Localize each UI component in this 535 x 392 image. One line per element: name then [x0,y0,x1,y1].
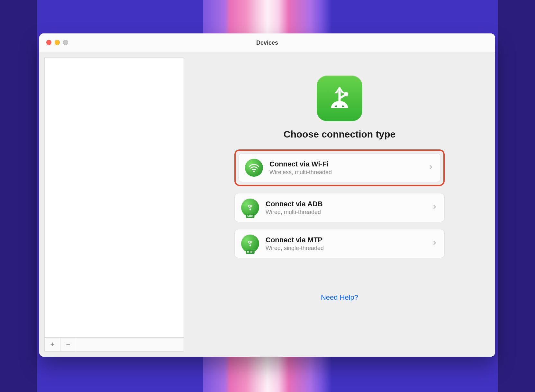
chevron-right-icon [431,240,438,247]
icon-badge: ADB [246,214,255,218]
usb-icon: MTP [241,235,259,253]
option-subtitle: Wired, multi-threaded [266,209,431,216]
devices-window: Devices + − [39,33,495,357]
svg-point-3 [253,171,255,172]
svg-point-7 [249,245,251,246]
option-title: Connect via ADB [266,200,431,208]
icon-badge: MTP [246,250,255,254]
device-sidebar: + − [44,58,184,352]
option-subtitle: Wireless, multi-threaded [269,169,428,176]
device-list [45,58,184,337]
option-title: Connect via MTP [266,236,431,244]
chevron-right-icon [431,204,438,211]
choose-connection-heading: Choose connection type [284,129,395,140]
connect-mtp-option[interactable]: MTP Connect via MTP Wired, single-thread… [234,229,445,258]
connection-options: Connect via Wi-Fi Wireless, multi-thread… [234,149,445,258]
highlighted-option-frame: Connect via Wi-Fi Wireless, multi-thread… [234,149,445,186]
window-close-button[interactable] [46,40,51,45]
main-panel: Choose connection type [189,58,490,352]
add-device-button[interactable]: + [45,338,60,351]
titlebar: Devices [39,33,495,52]
app-icon [317,76,362,121]
svg-point-4 [249,209,251,210]
svg-point-5 [251,205,252,206]
svg-point-0 [335,105,337,107]
remove-device-button[interactable]: − [60,338,76,351]
window-title: Devices [39,40,495,46]
chevron-right-icon [428,164,434,172]
traffic-lights [46,40,68,45]
help-area: Need Help? [321,293,358,302]
window-maximize-button[interactable] [63,40,68,45]
need-help-link[interactable]: Need Help? [321,293,358,301]
window-body: + − Choo [39,52,495,357]
svg-rect-6 [248,205,249,206]
connect-adb-option[interactable]: ADB Connect via ADB Wired, multi-threade… [234,193,445,222]
svg-rect-9 [248,241,249,242]
wifi-icon [245,159,263,177]
window-minimize-button[interactable] [55,40,60,45]
option-title: Connect via Wi-Fi [269,160,428,168]
connect-wifi-option[interactable]: Connect via Wi-Fi Wireless, multi-thread… [238,153,441,182]
svg-point-8 [251,241,252,242]
option-subtitle: Wired, single-threaded [266,245,431,252]
sidebar-footer: + − [45,337,184,351]
svg-point-1 [342,105,344,107]
usb-icon: ADB [241,199,259,217]
